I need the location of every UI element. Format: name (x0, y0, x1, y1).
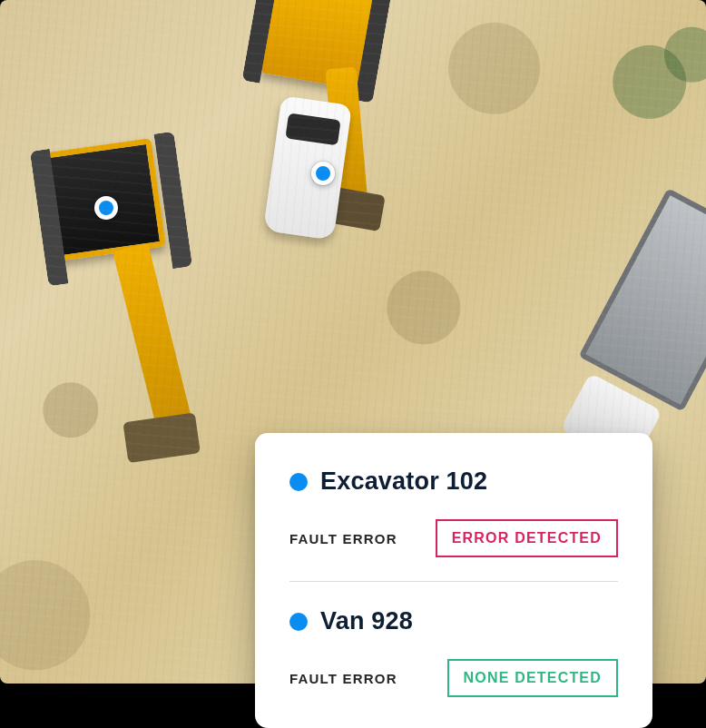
status-entry-head: Van 928 (289, 607, 618, 635)
excavator-bucket (317, 185, 386, 232)
vehicle-excavator-left (43, 138, 166, 261)
map-marker-excavator[interactable] (94, 196, 118, 220)
status-entry-title: Van 928 (320, 607, 413, 635)
excavator-arm (113, 243, 194, 437)
status-entry-label: FAULT ERROR (289, 671, 397, 686)
status-badge-error: ERROR DETECTED (436, 519, 618, 557)
map-marker-van[interactable] (311, 162, 335, 185)
excavator-tracks (30, 132, 192, 287)
dump-truck-bed (578, 188, 706, 411)
status-entry-row: FAULT ERROR ERROR DETECTED (289, 519, 618, 557)
status-entry-head: Excavator 102 (289, 467, 618, 496)
status-dot-icon (289, 473, 308, 491)
fault-status-card: Excavator 102 FAULT ERROR ERROR DETECTED… (255, 433, 652, 728)
excavator-bucket (123, 412, 200, 463)
status-entry-row: FAULT ERROR NONE DETECTED (289, 659, 618, 697)
excavator-arm (326, 67, 368, 205)
vehicle-excavator-top (260, 0, 375, 90)
status-entry[interactable]: Van 928 FAULT ERROR NONE DETECTED (289, 581, 618, 697)
status-dot-icon (289, 613, 308, 631)
excavator-tracks (241, 0, 392, 103)
status-entry-title: Excavator 102 (320, 467, 487, 496)
scene: Excavator 102 FAULT ERROR ERROR DETECTED… (0, 0, 706, 728)
status-entry-label: FAULT ERROR (289, 531, 397, 546)
status-entry[interactable]: Excavator 102 FAULT ERROR ERROR DETECTED (289, 467, 618, 557)
vehicle-van (263, 95, 352, 240)
status-badge-ok: NONE DETECTED (447, 659, 619, 697)
